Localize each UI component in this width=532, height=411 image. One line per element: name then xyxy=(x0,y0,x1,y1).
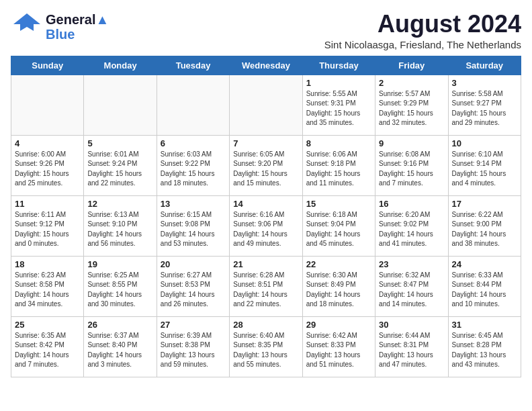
cell-line: and 3 minutes. xyxy=(87,360,152,370)
weekday-row: SundayMondayTuesdayWednesdayThursdayFrid… xyxy=(11,56,521,75)
cell-line: Sunset: 9:22 PM xyxy=(161,159,226,169)
cell-content: Sunrise: 6:11 AMSunset: 9:12 PMDaylight:… xyxy=(15,210,80,249)
calendar-cell: 5Sunrise: 6:01 AMSunset: 9:24 PMDaylight… xyxy=(84,135,157,195)
cell-line: Sunrise: 6:20 AM xyxy=(379,210,444,220)
cell-line: and 15 minutes. xyxy=(233,179,298,189)
cell-line: and 7 minutes. xyxy=(379,179,444,189)
main-title: August 2024 xyxy=(324,11,521,38)
calendar-cell: 2Sunrise: 5:57 AMSunset: 9:29 PMDaylight… xyxy=(375,75,448,135)
cell-line: Sunrise: 6:28 AM xyxy=(233,271,298,281)
calendar-cell: 26Sunrise: 6:37 AMSunset: 8:40 PMDayligh… xyxy=(84,316,157,377)
weekday-header: Saturday xyxy=(448,56,521,75)
cell-content: Sunrise: 6:30 AMSunset: 8:49 PMDaylight:… xyxy=(306,271,371,310)
cell-line: Daylight: 15 hours xyxy=(379,109,444,119)
cell-line: Sunrise: 6:44 AM xyxy=(379,331,444,341)
cell-line: Sunset: 9:27 PM xyxy=(452,99,517,109)
cell-line: and 11 minutes. xyxy=(306,179,371,189)
day-number: 15 xyxy=(306,199,371,209)
calendar-cell: 17Sunrise: 6:22 AMSunset: 9:00 PMDayligh… xyxy=(448,195,521,256)
cell-line: Sunrise: 6:35 AM xyxy=(15,331,80,341)
cell-line: Sunset: 9:12 PM xyxy=(15,220,80,230)
cell-line: Sunrise: 6:22 AM xyxy=(452,210,517,220)
day-number: 10 xyxy=(452,138,517,148)
cell-content: Sunrise: 6:25 AMSunset: 8:55 PMDaylight:… xyxy=(87,271,152,310)
subtitle: Sint Nicolaasga, Friesland, The Netherla… xyxy=(324,39,521,50)
cell-line: and 34 minutes. xyxy=(15,300,80,310)
day-number: 1 xyxy=(306,78,371,88)
calendar-cell: 7Sunrise: 6:05 AMSunset: 9:20 PMDaylight… xyxy=(230,135,302,195)
calendar-cell: 6Sunrise: 6:03 AMSunset: 9:22 PMDaylight… xyxy=(157,135,229,195)
day-number: 29 xyxy=(306,320,371,330)
calendar-cell xyxy=(11,75,84,135)
cell-line: Sunrise: 6:25 AM xyxy=(87,271,152,281)
cell-line: Daylight: 15 hours xyxy=(306,109,371,119)
cell-line: Sunrise: 6:05 AM xyxy=(233,150,298,160)
cell-line: Sunset: 8:47 PM xyxy=(379,280,444,290)
cell-line: and 41 minutes. xyxy=(379,239,444,249)
cell-line: Daylight: 14 hours xyxy=(233,230,298,240)
cell-line: and 53 minutes. xyxy=(161,239,226,249)
cell-line: Daylight: 14 hours xyxy=(379,290,444,300)
cell-content: Sunrise: 6:15 AMSunset: 9:08 PMDaylight:… xyxy=(161,210,226,249)
cell-content: Sunrise: 6:45 AMSunset: 8:28 PMDaylight:… xyxy=(452,331,517,370)
day-number: 17 xyxy=(452,199,517,209)
cell-line: Daylight: 14 hours xyxy=(87,351,152,361)
cell-content: Sunrise: 6:44 AMSunset: 8:31 PMDaylight:… xyxy=(379,331,444,370)
calendar-cell: 27Sunrise: 6:39 AMSunset: 8:38 PMDayligh… xyxy=(157,316,229,377)
calendar-cell: 25Sunrise: 6:35 AMSunset: 8:42 PMDayligh… xyxy=(11,316,84,377)
cell-line: Sunset: 9:31 PM xyxy=(306,99,371,109)
day-number: 12 xyxy=(87,199,152,209)
cell-line: and 10 minutes. xyxy=(452,300,517,310)
cell-line: Daylight: 15 hours xyxy=(87,169,152,179)
day-number: 3 xyxy=(452,78,517,88)
cell-line: Sunrise: 6:33 AM xyxy=(452,271,517,281)
cell-line: and 49 minutes. xyxy=(233,239,298,249)
day-number: 27 xyxy=(161,320,226,330)
weekday-header: Monday xyxy=(84,56,157,75)
cell-line: Sunset: 8:49 PM xyxy=(306,280,371,290)
calendar-week: 11Sunrise: 6:11 AMSunset: 9:12 PMDayligh… xyxy=(11,195,521,256)
cell-line: Sunrise: 6:18 AM xyxy=(306,210,371,220)
day-number: 19 xyxy=(87,259,152,269)
day-number: 14 xyxy=(233,199,298,209)
calendar-cell xyxy=(230,75,302,135)
cell-line: Sunset: 8:51 PM xyxy=(233,280,298,290)
cell-line: Daylight: 13 hours xyxy=(161,351,226,361)
cell-content: Sunrise: 6:05 AMSunset: 9:20 PMDaylight:… xyxy=(233,150,298,189)
cell-line: Sunset: 9:00 PM xyxy=(452,220,517,230)
calendar: SundayMondayTuesdayWednesdayThursdayFrid… xyxy=(11,56,521,377)
day-number: 25 xyxy=(15,320,80,330)
cell-line: and 22 minutes. xyxy=(233,300,298,310)
day-number: 22 xyxy=(306,259,371,269)
cell-content: Sunrise: 5:57 AMSunset: 9:29 PMDaylight:… xyxy=(379,89,444,128)
cell-content: Sunrise: 6:16 AMSunset: 9:06 PMDaylight:… xyxy=(233,210,298,249)
day-number: 24 xyxy=(452,259,517,269)
calendar-cell: 29Sunrise: 6:42 AMSunset: 8:33 PMDayligh… xyxy=(302,316,375,377)
calendar-week: 18Sunrise: 6:23 AMSunset: 8:58 PMDayligh… xyxy=(11,256,521,316)
cell-line: Daylight: 15 hours xyxy=(379,169,444,179)
cell-line: Sunrise: 6:16 AM xyxy=(233,210,298,220)
calendar-cell: 28Sunrise: 6:40 AMSunset: 8:35 PMDayligh… xyxy=(230,316,302,377)
calendar-body: 1Sunrise: 5:55 AMSunset: 9:31 PMDaylight… xyxy=(11,75,521,377)
cell-line: Daylight: 15 hours xyxy=(161,169,226,179)
cell-content: Sunrise: 6:33 AMSunset: 8:44 PMDaylight:… xyxy=(452,271,517,310)
calendar-cell: 24Sunrise: 6:33 AMSunset: 8:44 PMDayligh… xyxy=(448,256,521,316)
cell-line: Sunset: 9:29 PM xyxy=(379,99,444,109)
cell-line: Sunrise: 5:58 AM xyxy=(452,89,517,99)
cell-line: Sunrise: 6:06 AM xyxy=(306,150,371,160)
cell-line: Sunrise: 6:30 AM xyxy=(306,271,371,281)
cell-line: Sunset: 9:06 PM xyxy=(233,220,298,230)
weekday-header: Thursday xyxy=(302,56,375,75)
cell-line: and 56 minutes. xyxy=(87,239,152,249)
cell-line: Daylight: 14 hours xyxy=(15,290,80,300)
day-number: 30 xyxy=(379,320,444,330)
cell-line: Daylight: 13 hours xyxy=(306,351,371,361)
weekday-header: Tuesday xyxy=(157,56,229,75)
cell-line: and 26 minutes. xyxy=(161,300,226,310)
day-number: 20 xyxy=(161,259,226,269)
cell-line: and 38 minutes. xyxy=(452,239,517,249)
cell-line: Sunset: 8:35 PM xyxy=(233,340,298,351)
cell-content: Sunrise: 6:42 AMSunset: 8:33 PMDaylight:… xyxy=(306,331,371,370)
cell-line: Sunset: 9:26 PM xyxy=(15,159,80,169)
cell-line: and 59 minutes. xyxy=(161,360,226,370)
